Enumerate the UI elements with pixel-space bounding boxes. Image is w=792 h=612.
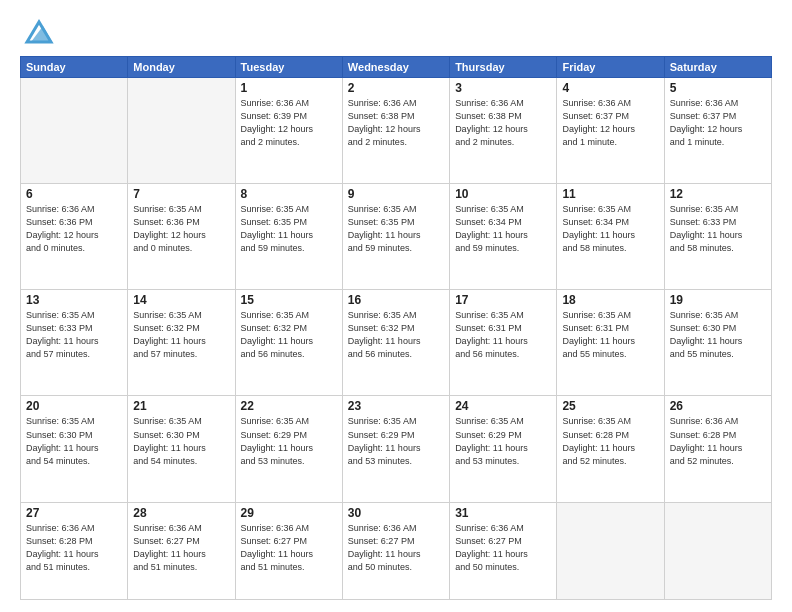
day-number: 18 xyxy=(562,293,658,307)
day-info: Sunrise: 6:36 AM Sunset: 6:37 PM Dayligh… xyxy=(562,97,658,149)
calendar-cell: 29Sunrise: 6:36 AM Sunset: 6:27 PM Dayli… xyxy=(235,502,342,599)
calendar-cell: 28Sunrise: 6:36 AM Sunset: 6:27 PM Dayli… xyxy=(128,502,235,599)
day-info: Sunrise: 6:36 AM Sunset: 6:38 PM Dayligh… xyxy=(348,97,444,149)
day-number: 29 xyxy=(241,506,337,520)
calendar-cell: 4Sunrise: 6:36 AM Sunset: 6:37 PM Daylig… xyxy=(557,78,664,184)
calendar-cell: 16Sunrise: 6:35 AM Sunset: 6:32 PM Dayli… xyxy=(342,290,449,396)
logo-icon xyxy=(23,18,55,46)
calendar-cell: 6Sunrise: 6:36 AM Sunset: 6:36 PM Daylig… xyxy=(21,184,128,290)
calendar-cell xyxy=(664,502,771,599)
calendar-cell: 23Sunrise: 6:35 AM Sunset: 6:29 PM Dayli… xyxy=(342,396,449,502)
calendar-header-row: SundayMondayTuesdayWednesdayThursdayFrid… xyxy=(21,57,772,78)
day-number: 28 xyxy=(133,506,229,520)
weekday-header-friday: Friday xyxy=(557,57,664,78)
day-number: 26 xyxy=(670,399,766,413)
calendar-cell: 11Sunrise: 6:35 AM Sunset: 6:34 PM Dayli… xyxy=(557,184,664,290)
day-info: Sunrise: 6:35 AM Sunset: 6:35 PM Dayligh… xyxy=(348,203,444,255)
day-number: 7 xyxy=(133,187,229,201)
calendar-cell: 3Sunrise: 6:36 AM Sunset: 6:38 PM Daylig… xyxy=(450,78,557,184)
day-info: Sunrise: 6:35 AM Sunset: 6:28 PM Dayligh… xyxy=(562,415,658,467)
calendar-cell: 24Sunrise: 6:35 AM Sunset: 6:29 PM Dayli… xyxy=(450,396,557,502)
calendar-cell xyxy=(21,78,128,184)
calendar-cell: 20Sunrise: 6:35 AM Sunset: 6:30 PM Dayli… xyxy=(21,396,128,502)
day-info: Sunrise: 6:36 AM Sunset: 6:27 PM Dayligh… xyxy=(455,522,551,574)
calendar-week-1: 1Sunrise: 6:36 AM Sunset: 6:39 PM Daylig… xyxy=(21,78,772,184)
calendar-cell: 12Sunrise: 6:35 AM Sunset: 6:33 PM Dayli… xyxy=(664,184,771,290)
calendar-cell: 14Sunrise: 6:35 AM Sunset: 6:32 PM Dayli… xyxy=(128,290,235,396)
calendar-week-4: 20Sunrise: 6:35 AM Sunset: 6:30 PM Dayli… xyxy=(21,396,772,502)
calendar-cell: 7Sunrise: 6:35 AM Sunset: 6:36 PM Daylig… xyxy=(128,184,235,290)
weekday-header-saturday: Saturday xyxy=(664,57,771,78)
day-info: Sunrise: 6:35 AM Sunset: 6:34 PM Dayligh… xyxy=(562,203,658,255)
day-info: Sunrise: 6:35 AM Sunset: 6:29 PM Dayligh… xyxy=(348,415,444,467)
calendar-cell: 30Sunrise: 6:36 AM Sunset: 6:27 PM Dayli… xyxy=(342,502,449,599)
calendar-cell: 31Sunrise: 6:36 AM Sunset: 6:27 PM Dayli… xyxy=(450,502,557,599)
calendar-cell: 15Sunrise: 6:35 AM Sunset: 6:32 PM Dayli… xyxy=(235,290,342,396)
day-number: 14 xyxy=(133,293,229,307)
day-info: Sunrise: 6:35 AM Sunset: 6:33 PM Dayligh… xyxy=(670,203,766,255)
day-number: 25 xyxy=(562,399,658,413)
day-info: Sunrise: 6:36 AM Sunset: 6:27 PM Dayligh… xyxy=(133,522,229,574)
day-info: Sunrise: 6:35 AM Sunset: 6:33 PM Dayligh… xyxy=(26,309,122,361)
day-info: Sunrise: 6:35 AM Sunset: 6:31 PM Dayligh… xyxy=(562,309,658,361)
calendar-cell: 8Sunrise: 6:35 AM Sunset: 6:35 PM Daylig… xyxy=(235,184,342,290)
weekday-header-thursday: Thursday xyxy=(450,57,557,78)
day-info: Sunrise: 6:35 AM Sunset: 6:30 PM Dayligh… xyxy=(26,415,122,467)
calendar-cell: 10Sunrise: 6:35 AM Sunset: 6:34 PM Dayli… xyxy=(450,184,557,290)
day-number: 4 xyxy=(562,81,658,95)
day-number: 1 xyxy=(241,81,337,95)
day-number: 30 xyxy=(348,506,444,520)
logo xyxy=(20,18,55,46)
day-info: Sunrise: 6:35 AM Sunset: 6:29 PM Dayligh… xyxy=(241,415,337,467)
day-info: Sunrise: 6:36 AM Sunset: 6:36 PM Dayligh… xyxy=(26,203,122,255)
day-number: 12 xyxy=(670,187,766,201)
day-number: 10 xyxy=(455,187,551,201)
calendar-cell xyxy=(557,502,664,599)
day-info: Sunrise: 6:35 AM Sunset: 6:32 PM Dayligh… xyxy=(348,309,444,361)
day-number: 17 xyxy=(455,293,551,307)
calendar-week-3: 13Sunrise: 6:35 AM Sunset: 6:33 PM Dayli… xyxy=(21,290,772,396)
header xyxy=(20,18,772,46)
calendar-week-2: 6Sunrise: 6:36 AM Sunset: 6:36 PM Daylig… xyxy=(21,184,772,290)
day-info: Sunrise: 6:35 AM Sunset: 6:36 PM Dayligh… xyxy=(133,203,229,255)
day-number: 22 xyxy=(241,399,337,413)
day-number: 2 xyxy=(348,81,444,95)
calendar-body: 1Sunrise: 6:36 AM Sunset: 6:39 PM Daylig… xyxy=(21,78,772,600)
day-number: 21 xyxy=(133,399,229,413)
weekday-header-monday: Monday xyxy=(128,57,235,78)
day-number: 15 xyxy=(241,293,337,307)
calendar-cell: 27Sunrise: 6:36 AM Sunset: 6:28 PM Dayli… xyxy=(21,502,128,599)
calendar-table: SundayMondayTuesdayWednesdayThursdayFrid… xyxy=(20,56,772,600)
day-info: Sunrise: 6:35 AM Sunset: 6:30 PM Dayligh… xyxy=(670,309,766,361)
day-info: Sunrise: 6:35 AM Sunset: 6:35 PM Dayligh… xyxy=(241,203,337,255)
calendar-cell: 2Sunrise: 6:36 AM Sunset: 6:38 PM Daylig… xyxy=(342,78,449,184)
day-info: Sunrise: 6:35 AM Sunset: 6:34 PM Dayligh… xyxy=(455,203,551,255)
day-info: Sunrise: 6:36 AM Sunset: 6:37 PM Dayligh… xyxy=(670,97,766,149)
day-number: 20 xyxy=(26,399,122,413)
calendar-cell: 9Sunrise: 6:35 AM Sunset: 6:35 PM Daylig… xyxy=(342,184,449,290)
day-number: 23 xyxy=(348,399,444,413)
calendar-cell: 18Sunrise: 6:35 AM Sunset: 6:31 PM Dayli… xyxy=(557,290,664,396)
calendar-cell: 13Sunrise: 6:35 AM Sunset: 6:33 PM Dayli… xyxy=(21,290,128,396)
day-info: Sunrise: 6:35 AM Sunset: 6:32 PM Dayligh… xyxy=(133,309,229,361)
day-info: Sunrise: 6:36 AM Sunset: 6:39 PM Dayligh… xyxy=(241,97,337,149)
day-number: 31 xyxy=(455,506,551,520)
day-info: Sunrise: 6:36 AM Sunset: 6:27 PM Dayligh… xyxy=(348,522,444,574)
day-number: 27 xyxy=(26,506,122,520)
calendar-cell: 21Sunrise: 6:35 AM Sunset: 6:30 PM Dayli… xyxy=(128,396,235,502)
weekday-header-wednesday: Wednesday xyxy=(342,57,449,78)
day-info: Sunrise: 6:36 AM Sunset: 6:28 PM Dayligh… xyxy=(26,522,122,574)
day-number: 19 xyxy=(670,293,766,307)
calendar-cell: 19Sunrise: 6:35 AM Sunset: 6:30 PM Dayli… xyxy=(664,290,771,396)
calendar-cell: 22Sunrise: 6:35 AM Sunset: 6:29 PM Dayli… xyxy=(235,396,342,502)
day-number: 9 xyxy=(348,187,444,201)
calendar-week-5: 27Sunrise: 6:36 AM Sunset: 6:28 PM Dayli… xyxy=(21,502,772,599)
calendar-cell: 5Sunrise: 6:36 AM Sunset: 6:37 PM Daylig… xyxy=(664,78,771,184)
day-info: Sunrise: 6:36 AM Sunset: 6:27 PM Dayligh… xyxy=(241,522,337,574)
calendar-cell: 26Sunrise: 6:36 AM Sunset: 6:28 PM Dayli… xyxy=(664,396,771,502)
day-number: 16 xyxy=(348,293,444,307)
page: SundayMondayTuesdayWednesdayThursdayFrid… xyxy=(0,0,792,612)
calendar-cell: 25Sunrise: 6:35 AM Sunset: 6:28 PM Dayli… xyxy=(557,396,664,502)
day-number: 3 xyxy=(455,81,551,95)
day-number: 5 xyxy=(670,81,766,95)
